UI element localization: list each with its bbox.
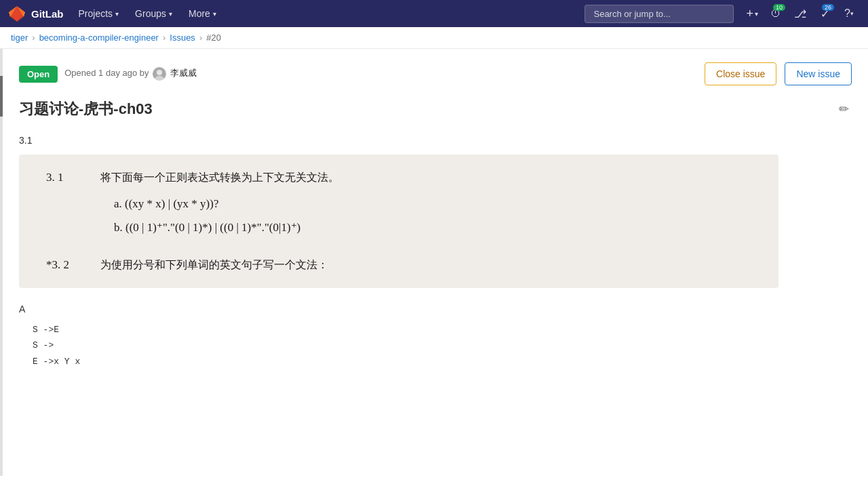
chevron-down-icon: ▾ (169, 10, 172, 18)
breadcrumb-tiger[interactable]: tiger (11, 33, 28, 43)
author-name: 李威威 (170, 68, 197, 78)
breadcrumb: tiger › becoming-a-compiler-engineer › I… (0, 27, 868, 49)
issue-header: Open Opened 1 day ago by 李威威 Close (19, 49, 852, 92)
chevron-down-icon: ▾ (850, 10, 854, 17)
todos-button[interactable]: ⏱ 10 (765, 3, 787, 24)
issues-count-badge: 26 (822, 4, 834, 11)
textbook-image: 3. 1 将下面每一个正则表达式转换为上下文无关文法。 a. ((xy * x)… (19, 155, 778, 287)
problem-number-31: 3. 1 (46, 168, 87, 186)
avatar (153, 67, 166, 81)
breadcrumb-separator: › (32, 33, 35, 43)
chevron-down-icon: ▾ (213, 10, 216, 18)
chevron-down-icon: ▾ (115, 10, 119, 18)
sub-problem-b: b. ((0 | 1)⁺"."(0 | 1)*) | ((0 | 1)*"."(… (114, 218, 339, 237)
grammar-line-1: S ->E (33, 322, 852, 338)
grammar-section: A S ->E S -> E ->x Y x (19, 302, 852, 370)
issue-status-row: Open Opened 1 day ago by 李威威 (19, 66, 197, 83)
svg-point-1 (157, 70, 162, 75)
merge-requests-button[interactable]: ⎇ (789, 3, 811, 24)
problem-32: *3. 2 为使用分号和下列单词的英文句子写一个文法： (46, 256, 751, 274)
problem-32-desc: 为使用分号和下列单词的英文句子写一个文法： (100, 256, 328, 274)
left-sidebar (0, 49, 3, 476)
problem-31: 3. 1 将下面每一个正则表达式转换为上下文无关文法。 a. ((xy * x)… (46, 168, 751, 242)
section-31-label: 3.1 (19, 133, 852, 148)
breadcrumb-separator: › (163, 33, 165, 43)
grammar-code-block: S ->E S -> E ->x Y x (19, 322, 852, 369)
main-content-area: Open Opened 1 day ago by 李威威 Close (3, 49, 868, 476)
grammar-line-2: S -> (33, 338, 852, 353)
new-issue-button[interactable]: New issue (785, 62, 852, 85)
problem-number-32: *3. 2 (46, 256, 87, 274)
nav-groups[interactable]: Groups ▾ (128, 0, 179, 27)
section-a-label: A (19, 302, 852, 317)
issue-meta: Opened 1 day ago by 李威威 (64, 67, 197, 81)
nav-icon-group: + ▾ ⏱ 10 ⎇ ✓ 26 ? ▾ (742, 3, 860, 24)
breadcrumb-issues[interactable]: Issues (170, 33, 195, 43)
problem-31-desc: 将下面每一个正则表达式转换为上下文无关文法。 a. ((xy * x) | (y… (100, 169, 339, 242)
todos-count-badge: 10 (773, 4, 785, 11)
issues-button[interactable]: ✓ 26 (814, 3, 835, 24)
breadcrumb-repo[interactable]: becoming-a-compiler-engineer (39, 33, 159, 43)
nav-projects[interactable]: Projects ▾ (72, 0, 126, 27)
breadcrumb-issue-number: #20 (206, 33, 221, 43)
top-navigation: GitLab Projects ▾ Groups ▾ More ▾ Search… (0, 0, 868, 27)
close-issue-button[interactable]: Close issue (705, 62, 776, 85)
issue-title-row: 习题讨论-虎书-ch03 ✏ (19, 99, 852, 119)
issue-description: 3.1 3. 1 将下面每一个正则表达式转换为上下文无关文法。 a. ((xy … (19, 133, 852, 369)
help-icon: ? (844, 7, 850, 20)
issue-title: 习题讨论-虎书-ch03 (19, 99, 153, 119)
global-search[interactable]: Search or jump to... (585, 5, 734, 23)
issue-actions: Close issue New issue (705, 62, 852, 85)
grammar-line-3: E ->x Y x (33, 354, 852, 369)
new-item-button[interactable]: + ▾ (742, 3, 762, 24)
chevron-down-icon: ▾ (755, 10, 758, 18)
gitlab-logo[interactable]: GitLab (8, 5, 64, 22)
sub-problem-a: a. ((xy * x) | (yx * y))? (114, 195, 339, 213)
help-button[interactable]: ? ▾ (838, 3, 860, 24)
image-content: 3. 1 将下面每一个正则表达式转换为上下文无关文法。 a. ((xy * x)… (19, 155, 778, 287)
merge-request-icon: ⎇ (794, 7, 806, 20)
nav-more[interactable]: More ▾ (182, 0, 223, 27)
issue-open-badge: Open (19, 66, 58, 83)
plus-icon: + (746, 7, 753, 21)
breadcrumb-separator: › (199, 33, 202, 43)
page-layout: Open Opened 1 day ago by 李威威 Close (0, 49, 868, 476)
edit-icon[interactable]: ✏ (836, 99, 852, 119)
